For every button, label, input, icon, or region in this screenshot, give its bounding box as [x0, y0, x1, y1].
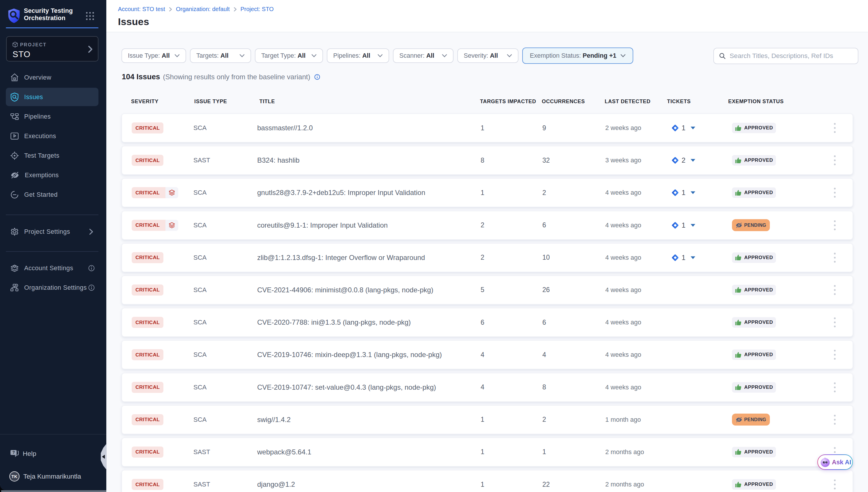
svg-text:?: ? [12, 450, 15, 455]
